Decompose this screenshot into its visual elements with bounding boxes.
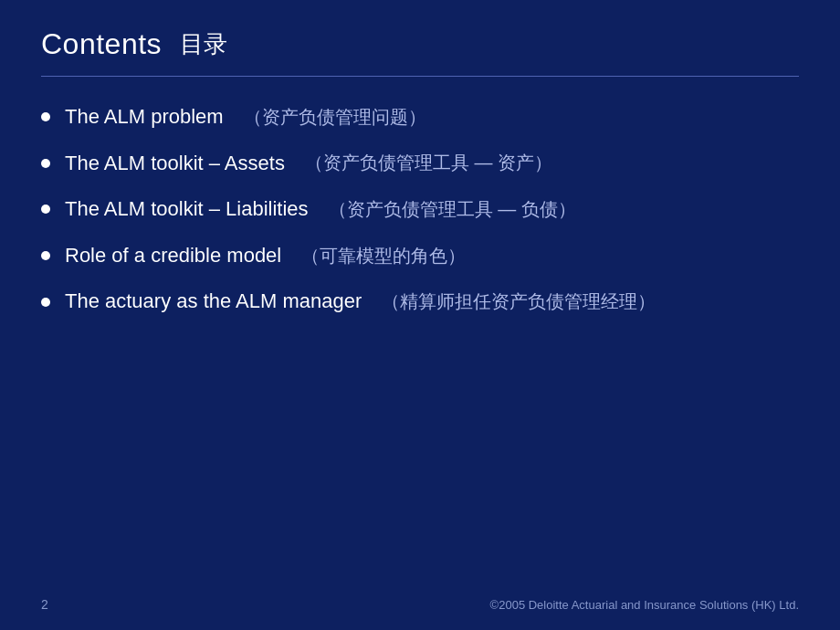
item-text-2: The ALM toolkit – Assets [65, 151, 285, 177]
divider [41, 76, 799, 77]
list-item: The ALM toolkit – Liabilities （资产负债管理工具 … [41, 196, 799, 223]
page-title: Contents [41, 27, 162, 61]
copyright-text: ©2005 Deloitte Actuarial and Insurance S… [490, 598, 799, 612]
item-text-3: The ALM toolkit – Liabilities [65, 196, 309, 223]
item-text-5: The actuary as the ALM manager [65, 289, 362, 315]
item-chinese-2: （资产负债管理工具 — 资产） [305, 151, 552, 175]
bullet-icon [41, 205, 50, 214]
bullet-icon [41, 298, 50, 307]
bullet-icon [41, 251, 50, 260]
page-number: 2 [41, 597, 48, 612]
item-text-4: Role of a credible model [65, 243, 281, 269]
item-chinese-5: （精算师担任资产负债管理经理） [382, 289, 656, 314]
list-item: Role of a credible model （可靠模型的角色） [41, 243, 799, 269]
title-area: Contents 目录 [41, 27, 799, 61]
slide-container: Contents 目录 The ALM problem （资产负债管理问题） T… [0, 0, 840, 630]
list-item: The ALM problem （资产负债管理问题） [41, 104, 799, 131]
list-item: The ALM toolkit – Assets （资产负债管理工具 — 资产） [41, 151, 799, 177]
item-text-1: The ALM problem [65, 104, 224, 131]
footer: 2 ©2005 Deloitte Actuarial and Insurance… [41, 588, 799, 612]
page-title-chinese: 目录 [180, 28, 227, 60]
list-item: The actuary as the ALM manager （精算师担任资产负… [41, 289, 799, 315]
bullet-icon [41, 159, 50, 168]
item-chinese-4: （可靠模型的角色） [301, 244, 466, 268]
content-list: The ALM problem （资产负债管理问题） The ALM toolk… [41, 104, 799, 588]
item-chinese-3: （资产负债管理工具 — 负债） [329, 197, 576, 222]
item-chinese-1: （资产负债管理问题） [244, 105, 426, 130]
bullet-icon [41, 112, 50, 121]
